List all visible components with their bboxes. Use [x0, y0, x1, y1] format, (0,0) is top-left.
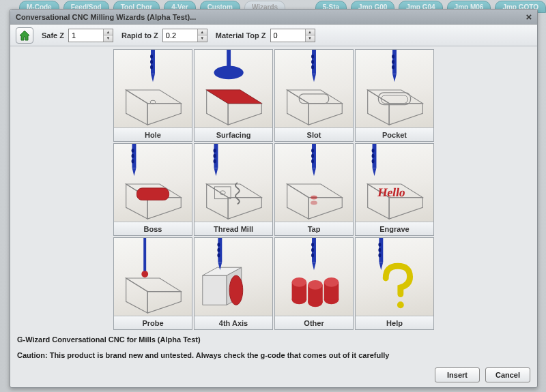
rapid-z-spinner[interactable]: ▲▼: [162, 29, 207, 42]
hint-text: G-Wizard Conversational CNC for Mills (A…: [10, 330, 537, 363]
wizard-label: Help: [356, 316, 433, 329]
content: HoleSurfacingSlotPocketBossThread MillTa…: [10, 46, 537, 363]
wizard-slot[interactable]: Slot: [274, 49, 354, 142]
svg-point-86: [217, 254, 220, 258]
wizard-surfacing[interactable]: Surfacing: [194, 49, 273, 142]
dialog-title: Conversational CNC Milling Wizards (Alph…: [16, 13, 523, 21]
svg-marker-5: [151, 74, 155, 82]
wizard-pocket[interactable]: Pocket: [355, 49, 434, 142]
wizard-tap[interactable]: Tap: [274, 143, 354, 236]
svg-marker-88: [312, 262, 316, 270]
material-top-z-input[interactable]: [271, 29, 305, 42]
svg-point-59: [311, 149, 314, 153]
safe-z-up[interactable]: ▲: [104, 29, 113, 36]
wizard-label: Other: [275, 316, 353, 329]
svg-marker-56: [308, 198, 342, 219]
material-top-z-up[interactable]: ▲: [306, 29, 315, 36]
wizard-label: Surfacing: [195, 127, 272, 141]
wizard-other[interactable]: Other: [274, 237, 354, 330]
hint-line1: G-Wizard Conversational CNC for Mills (A…: [17, 334, 530, 346]
wizard-label: Probe: [114, 316, 192, 329]
wizard-thread-mill[interactable]: Thread Mill: [194, 143, 273, 236]
svg-marker-58: [312, 168, 316, 176]
svg-marker-48: [214, 168, 218, 176]
svg-rect-52: [214, 187, 231, 199]
svg-point-77: [141, 271, 148, 277]
toolbar: Safe Z ▲▼ Rapid to Z ▲▼ Material Top Z ▲…: [10, 25, 537, 46]
svg-point-49: [214, 149, 216, 153]
wizard-thumbnail: [195, 50, 272, 127]
svg-marker-16: [287, 90, 343, 104]
wizard-thumbnail: [356, 50, 433, 127]
svg-marker-0: [20, 31, 29, 40]
material-top-z-spinner[interactable]: ▲▼: [270, 29, 315, 42]
home-button[interactable]: [16, 27, 33, 44]
rapid-z-up[interactable]: ▲: [198, 29, 207, 36]
svg-point-100: [324, 277, 339, 287]
footer: Insert Cancel: [10, 363, 537, 387]
wizard-grid: HoleSurfacingSlotPocketBossThread MillTa…: [113, 49, 434, 330]
svg-marker-20: [312, 74, 316, 82]
wizard-hole[interactable]: Hole: [113, 49, 192, 142]
svg-marker-73: [126, 278, 182, 292]
svg-point-97: [308, 280, 323, 290]
svg-marker-27: [389, 104, 422, 125]
svg-rect-43: [136, 188, 169, 200]
svg-marker-68: [373, 168, 377, 176]
svg-marker-39: [132, 168, 136, 176]
svg-point-105: [378, 254, 381, 258]
svg-point-63: [311, 201, 317, 205]
svg-marker-3: [147, 104, 181, 125]
svg-rect-14: [227, 50, 231, 67]
rapid-z-down[interactable]: ▼: [198, 35, 207, 42]
wizard-4th-axis[interactable]: 4th Axis: [194, 237, 273, 330]
titlebar: Conversational CNC Milling Wizards (Alph…: [10, 10, 537, 25]
svg-marker-45: [207, 184, 228, 219]
svg-point-61: [311, 160, 314, 164]
home-icon: [18, 30, 31, 41]
wizard-thumbnail: Hello: [356, 144, 433, 222]
svg-point-103: [378, 243, 381, 247]
wizard-probe[interactable]: Probe: [113, 237, 192, 330]
safe-z-down[interactable]: ▼: [104, 35, 113, 42]
wizard-boss[interactable]: Boss: [113, 143, 192, 236]
svg-point-51: [214, 160, 216, 164]
wizard-label: Hole: [114, 127, 192, 141]
wizard-thumbnail: [114, 50, 192, 127]
insert-button[interactable]: Insert: [435, 367, 480, 382]
cancel-button[interactable]: Cancel: [485, 367, 530, 382]
close-icon[interactable]: ×: [523, 12, 534, 22]
wizard-thumbnail: [114, 238, 192, 316]
material-top-z-down[interactable]: ▼: [306, 35, 315, 42]
svg-point-6: [150, 55, 153, 59]
svg-point-21: [311, 55, 314, 59]
wizard-thumbnail: [195, 238, 272, 316]
svg-marker-12: [228, 104, 261, 125]
wizard-label: Pocket: [356, 127, 433, 141]
wizard-engrave[interactable]: HelloEngrave: [355, 143, 434, 236]
wizard-thumbnail: [275, 144, 353, 222]
svg-marker-46: [228, 198, 261, 219]
svg-marker-66: [389, 198, 422, 219]
rapid-z-input[interactable]: [163, 29, 197, 42]
svg-point-91: [311, 254, 314, 258]
svg-marker-2: [126, 90, 147, 125]
svg-point-71: [372, 160, 375, 164]
safe-z-input[interactable]: [69, 29, 103, 42]
wizard-label: Thread Mill: [195, 222, 272, 235]
svg-point-90: [311, 248, 314, 252]
material-top-z-label: Material Top Z: [216, 31, 266, 40]
svg-point-89: [311, 243, 314, 247]
wizard-label: Boss: [114, 222, 192, 235]
safe-z-spinner[interactable]: ▲▼: [68, 29, 113, 42]
wizard-label: Slot: [275, 127, 353, 141]
svg-point-42: [132, 160, 134, 164]
svg-point-23: [311, 65, 314, 70]
svg-point-106: [397, 301, 404, 308]
svg-marker-74: [126, 278, 147, 313]
wizard-label: Tap: [275, 222, 353, 235]
wizard-label: 4th Axis: [195, 316, 272, 329]
wizard-help[interactable]: Help: [355, 237, 434, 330]
svg-rect-24: [299, 94, 328, 104]
svg-marker-1: [126, 90, 182, 104]
